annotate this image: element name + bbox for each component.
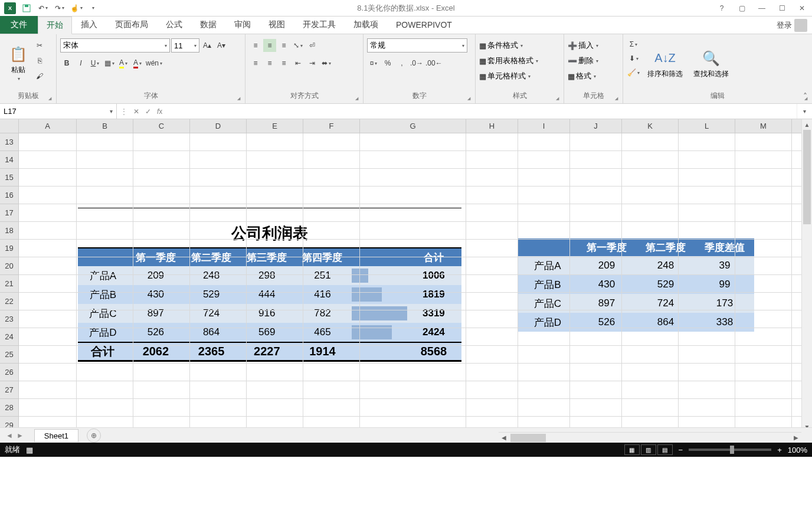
dec-decimal-button[interactable]: .00← — [425, 57, 443, 70]
font-color-button[interactable]: A▾ — [131, 57, 144, 70]
col-header-K[interactable]: K — [622, 119, 679, 133]
tab-view[interactable]: 视图 — [260, 16, 294, 34]
orientation-button[interactable]: ⤡▾ — [292, 39, 304, 52]
scroll-left-button[interactable]: ◀ — [499, 434, 509, 441]
tab-review[interactable]: 审阅 — [225, 16, 260, 34]
tab-file[interactable]: 文件 — [0, 16, 38, 34]
zoom-out-button[interactable]: − — [679, 446, 683, 454]
undo-button[interactable]: ↶▾ — [35, 1, 51, 15]
tab-addin[interactable]: 加载项 — [345, 16, 387, 34]
merge-button[interactable]: ⬌▾ — [320, 57, 333, 70]
align-bottom-button[interactable]: ≡ — [277, 39, 290, 52]
col-header-C[interactable]: C — [133, 119, 190, 133]
tab-home[interactable]: 开始 — [38, 17, 72, 34]
add-sheet-button[interactable]: ⊕ — [87, 428, 101, 443]
italic-button[interactable]: I — [74, 57, 87, 70]
col-header-E[interactable]: E — [247, 119, 303, 133]
formula-input-area[interactable]: ⋮ ✕ ✓ fx — [117, 104, 797, 119]
phonetic-button[interactable]: wén▾ — [145, 57, 163, 70]
select-all-button[interactable] — [0, 119, 19, 133]
col-header-M[interactable]: M — [735, 119, 792, 133]
row-header-20[interactable]: 20 — [0, 257, 18, 275]
align-right-button[interactable]: ≡ — [277, 57, 290, 70]
tab-formula[interactable]: 公式 — [157, 16, 191, 34]
table-format-button[interactable]: ▦ 套用表格格式▾ — [479, 53, 560, 68]
collapse-ribbon-button[interactable]: ˄ — [803, 91, 807, 101]
underline-button[interactable]: U▾ — [89, 57, 102, 70]
col-header-B[interactable]: B — [77, 119, 133, 133]
col-header-G[interactable]: G — [360, 119, 466, 133]
inc-decimal-button[interactable]: .0→ — [410, 57, 424, 70]
login-area[interactable]: 登录 — [777, 19, 807, 32]
minimize-button[interactable]: — — [752, 0, 772, 17]
col-header-D[interactable]: D — [190, 119, 247, 133]
hscroll-thumb[interactable] — [510, 434, 546, 442]
increase-font-button[interactable]: A▴ — [201, 39, 214, 52]
column-headers[interactable]: ABCDEFGHIJKLM — [19, 119, 801, 133]
page-break-view-button[interactable]: ▤ — [657, 444, 673, 455]
row-header-19[interactable]: 19 — [0, 240, 18, 257]
font-name-combo[interactable]: 宋体▾ — [60, 38, 170, 53]
zoom-level[interactable]: 100% — [788, 446, 807, 454]
format-cells-button[interactable]: ▦ 格式▾ — [568, 68, 619, 84]
vertical-scrollbar[interactable]: ▲ ▼ — [801, 119, 812, 432]
help-button[interactable]: ? — [712, 0, 732, 17]
row-header-16[interactable]: 16 — [0, 186, 18, 204]
comma-button[interactable]: , — [395, 57, 408, 70]
col-header-I[interactable]: I — [518, 119, 570, 133]
decrease-font-button[interactable]: A▾ — [215, 39, 228, 52]
autosum-button[interactable]: Σ▾ — [627, 38, 640, 51]
col-header-L[interactable]: L — [679, 119, 735, 133]
row-header-26[interactable]: 26 — [0, 364, 18, 381]
page-layout-view-button[interactable]: ▥ — [641, 444, 656, 455]
paste-button[interactable]: 📋 粘贴▾ — [4, 37, 33, 90]
row-header-22[interactable]: 22 — [0, 293, 18, 310]
cancel-icon[interactable]: ✕ — [133, 107, 139, 116]
number-format-combo[interactable]: 常规▾ — [367, 38, 467, 53]
sheet-tab-1[interactable]: Sheet1 — [34, 429, 78, 442]
horizontal-scrollbar[interactable]: ◀ ▶ — [499, 432, 801, 443]
tab-layout[interactable]: 页面布局 — [106, 16, 157, 34]
row-header-27[interactable]: 27 — [0, 381, 18, 399]
zoom-thumb[interactable] — [730, 446, 734, 454]
qat-customize[interactable]: ▾ — [85, 1, 100, 15]
fill-button[interactable]: ⬇▾ — [627, 52, 640, 65]
cut-button[interactable]: ✂ — [33, 39, 46, 52]
wrap-text-button[interactable]: ⏎ — [306, 39, 319, 52]
row-header-13[interactable]: 13 — [0, 133, 18, 151]
align-center-button[interactable]: ≡ — [263, 57, 276, 70]
bold-button[interactable]: B — [60, 57, 73, 70]
border-button[interactable]: ▦▾ — [103, 57, 116, 70]
redo-button[interactable]: ↷▾ — [52, 1, 67, 15]
zoom-slider[interactable] — [689, 449, 771, 451]
col-header-H[interactable]: H — [466, 119, 518, 133]
indent-dec-button[interactable]: ⇤ — [292, 57, 304, 70]
cell-style-button[interactable]: ▦ 单元格样式▾ — [479, 68, 560, 84]
tab-insert[interactable]: 插入 — [72, 16, 106, 34]
fx-icon[interactable]: fx — [157, 107, 162, 116]
conditional-format-button[interactable]: ▦ 条件格式▾ — [479, 38, 560, 53]
macro-icon[interactable]: ▦ — [26, 446, 33, 454]
name-box[interactable]: L17▾ — [0, 104, 117, 119]
sheet-nav[interactable]: ◄► — [0, 431, 30, 440]
row-header-21[interactable]: 21 — [0, 275, 18, 293]
row-header-14[interactable]: 14 — [0, 151, 18, 169]
row-header-24[interactable]: 24 — [0, 328, 18, 346]
row-header-28[interactable]: 28 — [0, 399, 18, 417]
tab-powerpivot[interactable]: POWERPIVOT — [387, 16, 461, 34]
col-header-F[interactable]: F — [303, 119, 360, 133]
zoom-in-button[interactable]: + — [777, 446, 782, 454]
save-button[interactable] — [19, 1, 34, 15]
row-header-15[interactable]: 15 — [0, 169, 18, 186]
close-button[interactable]: ✕ — [792, 0, 812, 17]
row-header-17[interactable]: 17 — [0, 204, 18, 222]
align-left-button[interactable]: ≡ — [249, 57, 262, 70]
tab-data[interactable]: 数据 — [191, 16, 225, 34]
align-top-button[interactable]: ≡ — [249, 39, 262, 52]
indent-inc-button[interactable]: ⇥ — [306, 57, 319, 70]
row-header-23[interactable]: 23 — [0, 310, 18, 328]
spreadsheet-grid[interactable]: ABCDEFGHIJKLM 13141516171819202122232425… — [0, 119, 812, 443]
normal-view-button[interactable]: ▦ — [624, 444, 640, 455]
tab-dev[interactable]: 开发工具 — [294, 16, 345, 34]
ribbon-options-button[interactable]: ▢ — [732, 0, 752, 17]
